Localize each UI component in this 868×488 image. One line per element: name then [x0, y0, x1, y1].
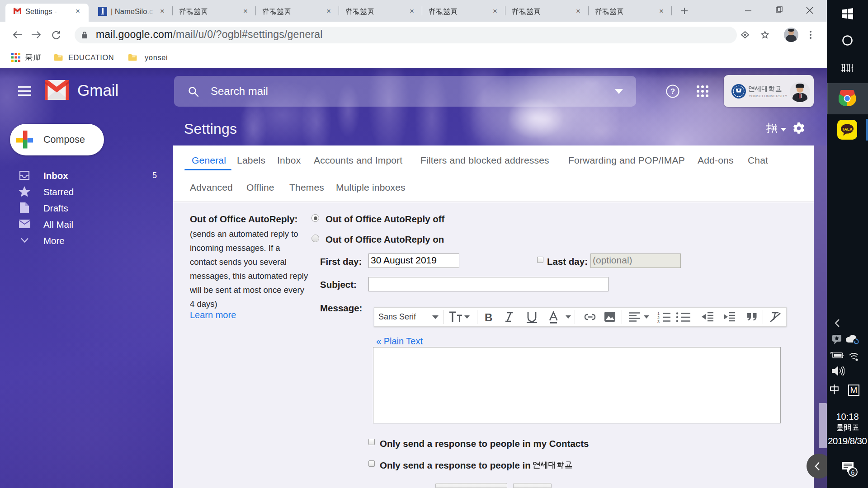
svg-text:?: ? — [670, 87, 675, 96]
svg-text:3: 3 — [657, 319, 660, 324]
svg-text:TALK: TALK — [842, 127, 853, 131]
svg-text:B: B — [485, 311, 492, 324]
svg-text:M: M — [850, 385, 858, 395]
